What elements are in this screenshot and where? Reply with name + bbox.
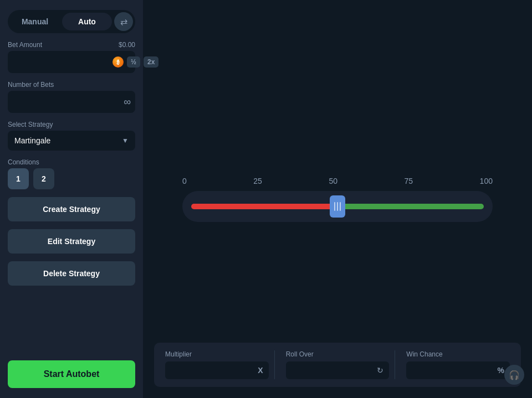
roll-over-input[interactable]: 50.50 (291, 366, 374, 375)
bet-amount-input[interactable]: 0.00000000 (12, 58, 109, 66)
slider-label-100: 100 (480, 177, 493, 185)
win-chance-input[interactable]: 49.5000 (412, 366, 494, 375)
sync-button[interactable]: ⇄ (114, 12, 133, 31)
main-area: 0 25 50 75 100 Multiplie (143, 0, 532, 398)
win-chance-group: Win Chance 49.5000 % (395, 350, 510, 379)
win-chance-label: Win Chance (406, 350, 510, 358)
win-chance-suffix: % (498, 366, 504, 375)
headphone-button[interactable]: 🎧 (504, 365, 524, 385)
select-strategy-label: Select Strategy (8, 121, 53, 128)
slider-red-fill (191, 204, 337, 209)
headphone-icon: 🎧 (509, 370, 520, 380)
delete-strategy-button[interactable]: Delete Strategy (8, 261, 135, 286)
slider-labels: 0 25 50 75 100 (182, 177, 493, 185)
refresh-icon[interactable]: ↻ (377, 366, 383, 375)
slider-track-container[interactable] (182, 191, 493, 222)
roll-over-label: Roll Over (286, 350, 390, 358)
strategy-select[interactable]: Martingale Fibonacci D'Alembert Custom (8, 131, 135, 151)
infinity-icon: ∞ (124, 96, 131, 108)
number-bets-input-row: 0 ∞ (8, 91, 135, 113)
bet-amount-display: $0.00 (119, 41, 135, 49)
condition-tab-1[interactable]: 1 (8, 168, 29, 189)
slider-green-fill (337, 204, 484, 209)
slider-label-75: 75 (405, 177, 413, 185)
slider-thumb-line-3 (340, 202, 341, 211)
edit-strategy-button[interactable]: Edit Strategy (8, 229, 135, 254)
bet-amount-section: Bet Amount $0.00 0.00000000 ₿ ½ 2x (8, 41, 135, 73)
conditions-label: Conditions (8, 158, 135, 166)
start-autobet-button[interactable]: Start Autobet (8, 360, 135, 388)
half-button[interactable]: ½ (127, 56, 140, 68)
sync-icon: ⇄ (120, 17, 127, 27)
slider-thumb-grip (334, 202, 341, 211)
multiplier-input[interactable]: 2.0000 (171, 366, 254, 375)
select-strategy-section: Select Strategy Martingale Fibonacci D'A… (8, 121, 135, 151)
tab-auto[interactable]: Auto (62, 13, 112, 30)
bet-amount-label: Bet Amount (8, 41, 42, 49)
strategy-select-wrap: Martingale Fibonacci D'Alembert Custom ▼ (8, 131, 135, 151)
win-chance-input-row: 49.5000 % (406, 361, 510, 379)
multiplier-label: Multiplier (165, 350, 269, 358)
bet-amount-input-row: 0.00000000 ₿ ½ 2x (8, 51, 135, 73)
number-of-bets-section: Number of Bets 0 ∞ (8, 81, 135, 113)
tab-toggle: Manual Auto ⇄ (8, 10, 135, 33)
roll-over-input-row: 50.50 ↻ (286, 361, 390, 379)
slider-label-25: 25 (253, 177, 262, 185)
multiplier-group: Multiplier 2.0000 X (165, 350, 269, 379)
slider-label-0: 0 (182, 177, 187, 185)
condition-tab-2[interactable]: 2 (33, 168, 54, 189)
conditions-section: Conditions 1 2 (8, 158, 135, 189)
multiplier-suffix: X (258, 366, 263, 375)
tab-manual[interactable]: Manual (10, 13, 60, 30)
slider-label-50: 50 (329, 177, 337, 185)
slider-section: 0 25 50 75 100 (154, 11, 521, 387)
slider-thumb-line-2 (337, 202, 338, 211)
conditions-tabs: 1 2 (8, 168, 135, 189)
slider-thumb-line-1 (334, 202, 335, 211)
slider-thumb[interactable] (330, 195, 345, 218)
sidebar: Manual Auto ⇄ Bet Amount $0.00 0.0000000… (0, 0, 143, 398)
number-bets-input[interactable]: 0 (12, 97, 124, 106)
slider-track (191, 204, 484, 209)
roll-over-group: Roll Over 50.50 ↻ (274, 350, 390, 379)
number-of-bets-label: Number of Bets (8, 81, 54, 89)
create-strategy-button[interactable]: Create Strategy (8, 197, 135, 221)
coin-icon: ₿ (112, 56, 124, 68)
bottom-metrics: Multiplier 2.0000 X Roll Over 50.50 ↻ Wi… (154, 343, 521, 387)
multiplier-input-row: 2.0000 X (165, 361, 269, 379)
